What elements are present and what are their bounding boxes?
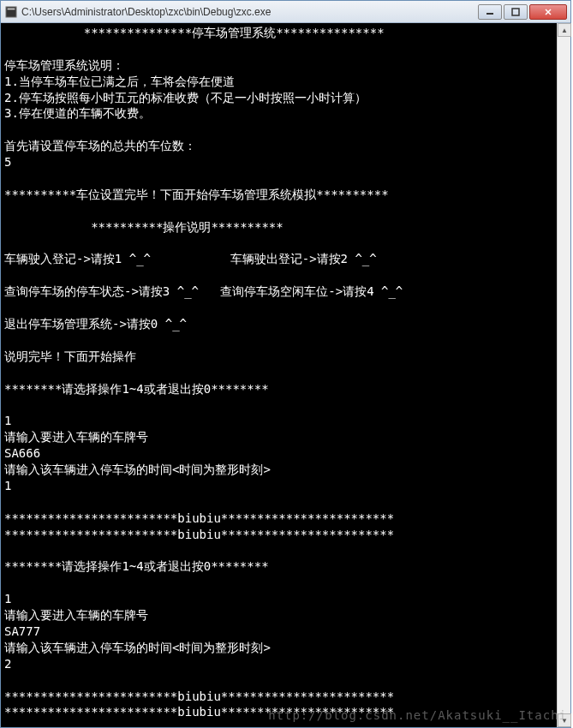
console-line: 请输入该车辆进入停车场的时间<时间为整形时刻> [4,640,567,656]
maximize-button[interactable] [504,4,528,20]
console-line: SA777 [4,624,567,640]
console-line: 首先请设置停车场的总共的车位数： [4,138,567,154]
console-line [4,575,567,591]
vertical-scrollbar[interactable]: ▲ ▼ [557,23,570,727]
console-line: ************************biubiu**********… [4,689,567,705]
app-window: C:\Users\Administrator\Desktop\zxc\bin\D… [0,0,571,728]
console-line: ********请选择操作1~4或者退出按0******** [4,558,567,575]
titlebar[interactable]: C:\Users\Administrator\Desktop\zxc\bin\D… [1,1,570,23]
console-line: ********请选择操作1~4或者退出按0******** [4,381,567,397]
console-line [4,267,567,283]
console-line: ************************biubiu**********… [4,510,567,527]
console-line: 5 [4,154,567,170]
console-line: 请输入要进入车辆的车牌号 [4,607,567,624]
app-icon [4,5,18,19]
svg-rect-3 [512,9,519,15]
console-line: 车辆驶入登记->请按1 ^_^ 车辆驶出登记->请按2 ^_^ [4,251,567,267]
console-line: 请输入该车辆进入停车场的时间<时间为整形时刻> [4,462,567,478]
console-line: 1 [4,478,567,494]
console-output[interactable]: ***************停车场管理系统*************** 停车… [1,23,570,727]
console-line: **********操作说明********** [4,219,567,236]
console-line: 1.当停车场车位已满之后，车将会停在便道 [4,74,567,90]
console-line: 退出停车场管理系统->请按0 ^_^ [4,316,567,332]
console-line [4,365,567,381]
console-line [4,672,567,689]
console-line: SA666 [4,445,567,462]
console-line: 3.停在便道的车辆不收费。 [4,105,567,122]
console-line: 停车场管理系统说明： [4,57,567,74]
console-line [4,170,567,187]
window-controls [478,4,567,20]
console-line [4,720,567,727]
scroll-down-arrow[interactable]: ▼ [558,713,571,727]
scroll-up-arrow[interactable]: ▲ [558,23,571,37]
console-line [4,41,567,57]
window-title: C:\Users\Administrator\Desktop\zxc\bin\D… [21,6,478,18]
console-line: 说明完毕！下面开始操作 [4,349,567,365]
close-button[interactable] [529,4,567,20]
console-line [4,397,567,413]
console-line: **********车位设置完毕！下面开始停车场管理系统模拟********** [4,187,567,203]
console-line [4,300,567,316]
console-line: 1 [4,413,567,429]
console-line: 查询停车场的停车状态->请按3 ^_^ 查询停车场空闲车位->请按4 ^_^ [4,283,567,300]
minimize-button[interactable] [478,4,502,20]
svg-rect-2 [486,13,493,15]
svg-rect-1 [8,8,15,9]
console-line [4,494,567,510]
console-line: ***************停车场管理系统*************** [4,25,567,41]
console-line [4,332,567,349]
console-line [4,203,567,219]
console-line: ************************biubiu**********… [4,527,567,543]
console-line: ************************biubiu**********… [4,704,567,720]
console-line: 请输入要进入车辆的车牌号 [4,429,567,445]
console-line [4,236,567,252]
console-line: 2 [4,656,567,672]
console-line: 2.停车场按照每小时五元的标准收费（不足一小时按照一小时计算） [4,90,567,106]
console-line: 1 [4,591,567,607]
console-line [4,122,567,138]
console-line [4,543,567,559]
